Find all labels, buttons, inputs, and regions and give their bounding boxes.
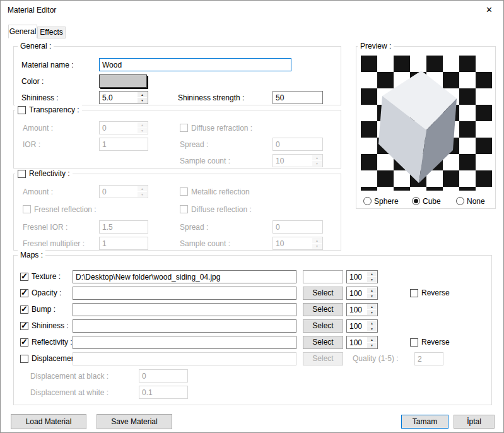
shininess-map-percent-spinner[interactable]: ▲ ▼ xyxy=(346,319,378,333)
spin-down-icon[interactable]: ▼ xyxy=(367,343,377,348)
reflectivity-sample-count-label: Sample count : xyxy=(180,239,230,249)
opacity-reverse-label[interactable]: Reverse xyxy=(421,288,450,298)
spin-up-icon[interactable]: ▲ xyxy=(367,337,377,342)
quality-input xyxy=(414,352,443,365)
bump-percent-spinner[interactable]: ▲ ▼ xyxy=(346,303,378,316)
save-material-button[interactable]: Save Material xyxy=(97,414,172,429)
displacement-white-input xyxy=(139,386,188,399)
metallic-reflection-label: Metallic reflection xyxy=(191,187,250,197)
texture-checkbox[interactable] xyxy=(20,273,28,281)
ok-button[interactable]: Tamam xyxy=(401,415,448,429)
shininess-map-path-input[interactable] xyxy=(73,319,296,333)
opacity-select-button[interactable]: Select xyxy=(303,287,343,300)
group-reflectivity: Reflectivity : Amount : ▲ ▼ Metallic ref… xyxy=(13,174,341,251)
radio-cube[interactable] xyxy=(412,197,420,205)
reflectivity-map-select-button[interactable]: Select xyxy=(303,336,343,349)
shininess-map-label[interactable]: Shininess : xyxy=(32,321,69,331)
spinner-buttons: ▲ ▼ xyxy=(366,271,377,283)
group-transparency: Transparency : Amount : ▲ ▼ Diffuse refr… xyxy=(13,110,341,169)
spin-up-icon: ▲ xyxy=(312,155,322,160)
tab-general[interactable]: General xyxy=(8,25,37,39)
spin-down-icon[interactable]: ▼ xyxy=(138,98,147,103)
reflectivity-map-path-input[interactable] xyxy=(73,336,296,349)
bump-select-button[interactable]: Select xyxy=(303,303,343,316)
bump-percent-input[interactable] xyxy=(347,304,366,316)
opacity-percent-input[interactable] xyxy=(347,287,366,299)
color-label: Color : xyxy=(21,77,44,86)
reflectivity-map-percent-spinner[interactable]: ▲ ▼ xyxy=(346,336,378,349)
preview-checkerboard xyxy=(361,56,492,191)
opacity-checkbox[interactable] xyxy=(20,289,28,297)
opacity-label[interactable]: Opacity : xyxy=(32,288,61,298)
bump-path-input[interactable] xyxy=(73,303,296,316)
color-swatch-button[interactable] xyxy=(99,74,147,88)
reflectivity-legend-label[interactable]: Reflectivity : xyxy=(29,169,70,179)
reflectivity-sample-count-input xyxy=(273,237,312,249)
spin-up-icon[interactable]: ▲ xyxy=(367,304,377,309)
shininess-map-percent-input[interactable] xyxy=(347,320,366,332)
shininess-input[interactable] xyxy=(100,92,137,104)
spin-up-icon: ▲ xyxy=(138,186,147,191)
spinner-buttons: ▲ ▼ xyxy=(366,304,377,316)
transparency-legend-label[interactable]: Transparency : xyxy=(29,105,79,115)
shininess-map-checkbox[interactable] xyxy=(20,322,28,330)
spin-down-icon[interactable]: ▼ xyxy=(367,310,377,315)
preview-legend-label: Preview : xyxy=(360,41,391,51)
spin-down-icon: ▼ xyxy=(312,161,322,166)
texture-select-button[interactable] xyxy=(303,270,343,283)
reflectivity-reverse-checkbox[interactable] xyxy=(410,338,418,347)
shininess-map-select-button[interactable]: Select xyxy=(303,319,343,333)
spin-up-icon[interactable]: ▲ xyxy=(367,288,377,293)
displacement-white-label: Displacement at white : xyxy=(30,388,108,398)
reflectivity-checkbox[interactable] xyxy=(18,170,26,178)
texture-percent-spinner[interactable]: ▲ ▼ xyxy=(346,270,378,283)
spin-down-icon[interactable]: ▼ xyxy=(367,277,377,282)
spin-up-icon[interactable]: ▲ xyxy=(367,321,377,326)
bump-label[interactable]: Bump : xyxy=(32,305,56,314)
transparency-sample-count-input xyxy=(273,155,312,167)
reflectivity-legend: Reflectivity : xyxy=(15,169,73,179)
radio-none-label[interactable]: None xyxy=(467,197,485,206)
opacity-percent-spinner[interactable]: ▲ ▼ xyxy=(346,287,378,300)
maps-legend-label: Maps : xyxy=(20,250,43,260)
radio-sphere-label[interactable]: Sphere xyxy=(374,197,399,206)
spin-up-icon[interactable]: ▲ xyxy=(367,271,377,276)
reflectivity-map-percent-input[interactable] xyxy=(347,336,366,348)
material-editor-dialog: Material Editor ✕ General Effects Genera… xyxy=(0,0,504,433)
general-legend-label: General : xyxy=(20,41,51,51)
bump-checkbox[interactable] xyxy=(20,305,28,314)
preview-cube xyxy=(361,56,492,191)
opacity-reverse-checkbox[interactable] xyxy=(410,289,418,297)
reflectivity-map-label[interactable]: Reflectivity : xyxy=(32,338,73,347)
material-name-input[interactable] xyxy=(99,58,291,71)
shininess-spinner[interactable]: ▲ ▼ xyxy=(99,91,148,104)
reflectivity-amount-input xyxy=(100,186,137,198)
diffuse-reflection-checkbox xyxy=(180,205,188,213)
radio-cube-label[interactable]: Cube xyxy=(423,197,441,206)
spin-down-icon[interactable]: ▼ xyxy=(367,326,377,331)
load-material-button[interactable]: Load Material xyxy=(11,414,86,429)
radio-sphere[interactable] xyxy=(363,197,372,205)
texture-percent-input[interactable] xyxy=(347,271,366,283)
texture-label[interactable]: Texture : xyxy=(32,272,61,282)
window-title: Material Editor xyxy=(8,6,56,15)
shininess-strength-input[interactable] xyxy=(273,91,323,104)
reflectivity-map-checkbox[interactable] xyxy=(20,338,28,347)
cancel-button[interactable]: İptal xyxy=(454,415,495,429)
spin-up-icon[interactable]: ▲ xyxy=(138,92,147,97)
spin-up-icon: ▲ xyxy=(312,238,322,243)
spin-down-icon[interactable]: ▼ xyxy=(367,294,377,299)
opacity-path-input[interactable] xyxy=(73,287,296,300)
reflectivity-spread-input xyxy=(273,220,323,234)
reflectivity-reverse-label[interactable]: Reverse xyxy=(421,338,450,347)
spinner-buttons: ▲ ▼ xyxy=(366,287,377,299)
transparency-checkbox[interactable] xyxy=(18,106,26,114)
displacement-checkbox[interactable] xyxy=(20,355,28,363)
ior-input xyxy=(99,138,148,151)
fresnel-ior-input xyxy=(99,220,148,234)
tab-effects[interactable]: Effects xyxy=(37,27,66,39)
radio-none[interactable] xyxy=(456,197,464,205)
general-legend: General : xyxy=(18,41,54,51)
texture-path-input[interactable] xyxy=(73,270,296,283)
close-icon[interactable]: ✕ xyxy=(475,1,503,20)
